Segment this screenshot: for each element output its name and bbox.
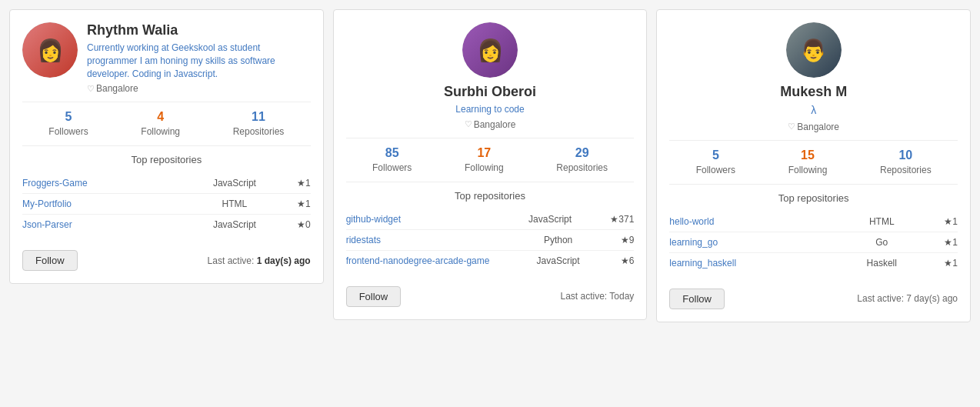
repo-link[interactable]: hello-world xyxy=(669,216,819,227)
repo-row: Froggers-Game JavaScript ★1 xyxy=(22,173,311,194)
mukesh-followers-stat: 5 Followers xyxy=(696,148,735,176)
repo-row: hello-world HTML ★1 xyxy=(669,212,958,232)
rhythm-bio: Currently working at Geekskool as studen… xyxy=(87,42,311,80)
mukesh-following-label: Following xyxy=(788,165,828,175)
location-icon: ♡ xyxy=(788,122,795,132)
surbhi-repos: Top repositories github-widget JavaScrip… xyxy=(346,190,635,271)
repo-stars: ★6 xyxy=(621,255,635,266)
repo-stars: ★371 xyxy=(610,214,634,225)
mukesh-follow-button[interactable]: Follow xyxy=(669,289,725,309)
repo-lang: Python xyxy=(502,235,615,245)
surbhi-name: Surbhi Oberoi xyxy=(444,84,536,100)
repo-lang: HTML xyxy=(825,216,938,227)
repo-lang: JavaScript xyxy=(178,219,291,230)
surbhi-repos-stat: 29 Repositories xyxy=(556,146,608,174)
surbhi-followers-count: 85 xyxy=(372,146,412,160)
repo-link[interactable]: My-Portfolio xyxy=(22,198,172,209)
surbhi-location: ♡ Bangalore xyxy=(444,119,536,130)
mukesh-subtitle: λ xyxy=(780,103,847,118)
repo-row: ridestats Python ★9 xyxy=(346,230,635,251)
rhythm-follow-button[interactable]: Follow xyxy=(22,250,78,271)
surbhi-header: 👩 Surbhi Oberoi Learning to code ♡ Banga… xyxy=(346,22,635,130)
rhythm-repos: Top repositories Froggers-Game JavaScrip… xyxy=(22,154,311,235)
repo-row: learning_go Go ★1 xyxy=(669,232,958,253)
mukesh-following-stat: 15 Following xyxy=(788,148,828,176)
rhythm-last-active: Last active: 1 day(s) ago xyxy=(208,255,311,266)
surbhi-following-count: 17 xyxy=(465,146,504,160)
repo-lang: JavaScript xyxy=(178,178,291,188)
repo-link[interactable]: learning_haskell xyxy=(669,258,819,269)
repo-row: frontend-nanodegree-arcade-game JavaScri… xyxy=(346,251,635,271)
rhythm-repos-count: 11 xyxy=(233,110,285,124)
location-icon: ♡ xyxy=(87,84,95,94)
repo-link[interactable]: ridestats xyxy=(346,235,496,245)
rhythm-repos-title: Top repositories xyxy=(22,154,311,165)
surbhi-followers-label: Followers xyxy=(372,162,412,173)
rhythm-followers-label: Followers xyxy=(48,126,88,137)
mukesh-avatar: 👨 xyxy=(786,22,842,78)
surbhi-subtitle: Learning to code xyxy=(444,103,536,116)
repo-lang: Go xyxy=(825,237,938,248)
rhythm-location: ♡ Bangalore xyxy=(87,83,311,94)
surbhi-following-stat: 17 Following xyxy=(465,146,504,174)
rhythm-repos-stat: 11 Repositories xyxy=(233,110,285,138)
repo-lang: HTML xyxy=(178,198,291,209)
repo-stars: ★1 xyxy=(944,216,958,227)
repo-row: github-widget JavaScript ★371 xyxy=(346,209,635,230)
mukesh-repos-count: 10 xyxy=(880,148,932,162)
location-icon: ♡ xyxy=(465,119,472,129)
mukesh-name: Mukesh M xyxy=(780,84,847,100)
rhythm-name: Rhythm Walia xyxy=(87,22,311,38)
mukesh-repos-title: Top repositories xyxy=(669,192,958,204)
repo-stars: ★1 xyxy=(297,198,311,209)
repo-stars: ★1 xyxy=(944,237,958,248)
rhythm-following-label: Following xyxy=(141,126,180,137)
mukesh-followers-count: 5 xyxy=(696,148,735,162)
repo-lang: JavaScript xyxy=(496,214,604,225)
mukesh-followers-label: Followers xyxy=(696,165,735,175)
mukesh-info: Mukesh M λ ♡ Bangalore xyxy=(780,84,847,132)
surbhi-repos-count: 29 xyxy=(556,146,608,160)
rhythm-following-stat: 4 Following xyxy=(141,110,180,138)
repo-link[interactable]: learning_go xyxy=(669,237,819,248)
surbhi-avatar: 👩 xyxy=(462,22,518,78)
mukesh-last-active: Last active: 7 day(s) ago xyxy=(857,293,958,304)
surbhi-follow-button[interactable]: Follow xyxy=(346,286,402,307)
rhythm-card: 👩 Rhythm Walia Currently working at Geek… xyxy=(9,9,324,284)
repo-link[interactable]: github-widget xyxy=(346,214,490,225)
surbhi-followers-stat: 85 Followers xyxy=(372,146,412,174)
surbhi-info: Surbhi Oberoi Learning to code ♡ Bangalo… xyxy=(444,84,536,130)
repo-stars: ★0 xyxy=(297,219,311,230)
repo-lang: JavaScript xyxy=(502,255,615,266)
surbhi-stats: 85 Followers 17 Following 29 Repositorie… xyxy=(346,138,635,182)
rhythm-avatar: 👩 xyxy=(22,22,78,78)
repo-lang: Haskell xyxy=(825,258,938,269)
mukesh-location: ♡ Bangalore xyxy=(780,122,847,132)
mukesh-footer: Follow Last active: 7 day(s) ago xyxy=(669,282,958,309)
rhythm-header: 👩 Rhythm Walia Currently working at Geek… xyxy=(22,22,311,94)
mukesh-following-count: 15 xyxy=(788,148,828,162)
repo-stars: ★9 xyxy=(621,235,635,245)
surbhi-following-label: Following xyxy=(465,162,504,173)
surbhi-card: 👩 Surbhi Oberoi Learning to code ♡ Banga… xyxy=(333,9,648,320)
mukesh-repos-label: Repositories xyxy=(880,165,932,175)
rhythm-info: Rhythm Walia Currently working at Geeksk… xyxy=(87,22,311,94)
surbhi-repos-title: Top repositories xyxy=(346,190,635,202)
rhythm-followers-stat: 5 Followers xyxy=(48,110,88,138)
rhythm-following-count: 4 xyxy=(141,110,180,124)
repo-stars: ★1 xyxy=(944,258,958,269)
repo-row: learning_haskell Haskell ★1 xyxy=(669,253,958,273)
repo-link[interactable]: frontend-nanodegree-arcade-game xyxy=(346,255,496,266)
rhythm-stats: 5 Followers 4 Following 11 Repositories xyxy=(22,102,311,146)
mukesh-header: 👨 Mukesh M λ ♡ Bangalore xyxy=(669,22,958,132)
surbhi-last-active: Last active: Today xyxy=(561,291,635,302)
repo-link[interactable]: Froggers-Game xyxy=(22,178,172,188)
repo-link[interactable]: Json-Parser xyxy=(22,219,172,230)
rhythm-repos-label: Repositories xyxy=(233,126,285,137)
mukesh-card: 👨 Mukesh M λ ♡ Bangalore 5 Followers 15 … xyxy=(656,9,971,322)
repo-stars: ★1 xyxy=(297,178,311,188)
repo-row: Json-Parser JavaScript ★0 xyxy=(22,215,311,235)
rhythm-footer: Follow Last active: 1 day(s) ago xyxy=(22,244,311,271)
mukesh-repos-stat: 10 Repositories xyxy=(880,148,932,176)
rhythm-followers-count: 5 xyxy=(48,110,88,124)
